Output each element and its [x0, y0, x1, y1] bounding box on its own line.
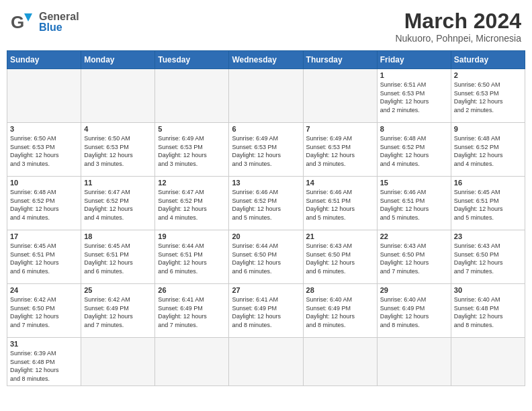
calendar-day-cell: 20Sunrise: 6:44 AM Sunset: 6:50 PM Dayli…	[229, 230, 303, 284]
calendar-week-row: 3Sunrise: 6:50 AM Sunset: 6:53 PM Daylig…	[7, 123, 525, 177]
day-info: Sunrise: 6:48 AM Sunset: 6:52 PM Dayligh…	[380, 134, 448, 168]
calendar-day-cell: 4Sunrise: 6:50 AM Sunset: 6:53 PM Daylig…	[81, 123, 155, 177]
calendar-day-cell	[377, 338, 451, 385]
day-info: Sunrise: 6:50 AM Sunset: 6:53 PM Dayligh…	[454, 81, 522, 114]
day-info: Sunrise: 6:46 AM Sunset: 6:51 PM Dayligh…	[380, 188, 448, 222]
calendar-day-cell: 25Sunrise: 6:42 AM Sunset: 6:49 PM Dayli…	[81, 284, 155, 338]
calendar-day-cell	[303, 338, 377, 385]
logo-blue-text: Blue	[39, 21, 79, 34]
calendar-day-cell	[229, 338, 303, 385]
calendar-day-cell	[303, 69, 377, 123]
calendar-day-cell	[155, 69, 229, 123]
day-info: Sunrise: 6:45 AM Sunset: 6:51 PM Dayligh…	[84, 242, 152, 275]
calendar-day-cell: 3Sunrise: 6:50 AM Sunset: 6:53 PM Daylig…	[7, 123, 81, 177]
day-number: 7	[306, 125, 374, 133]
day-info: Sunrise: 6:49 AM Sunset: 6:53 PM Dayligh…	[306, 134, 374, 168]
day-number: 11	[84, 179, 152, 187]
day-number: 3	[10, 125, 78, 133]
day-number: 5	[158, 125, 226, 133]
calendar-day-cell: 26Sunrise: 6:41 AM Sunset: 6:49 PM Dayli…	[155, 284, 229, 338]
calendar-header: G General Blue March 2024 Nukuoro, Pohnp…	[7, 7, 525, 46]
day-info: Sunrise: 6:40 AM Sunset: 6:48 PM Dayligh…	[454, 295, 522, 329]
calendar-day-cell: 24Sunrise: 6:42 AM Sunset: 6:50 PM Dayli…	[7, 284, 81, 338]
day-number: 6	[232, 125, 300, 133]
calendar-day-cell: 1Sunrise: 6:51 AM Sunset: 6:53 PM Daylig…	[377, 69, 451, 123]
svg-text:G: G	[11, 12, 24, 32]
calendar-day-cell: 27Sunrise: 6:41 AM Sunset: 6:49 PM Dayli…	[229, 284, 303, 338]
day-number: 29	[380, 286, 448, 294]
calendar-day-cell	[7, 69, 81, 123]
calendar-day-cell: 12Sunrise: 6:47 AM Sunset: 6:52 PM Dayli…	[155, 177, 229, 230]
calendar-day-cell	[155, 338, 229, 385]
calendar-day-cell: 30Sunrise: 6:40 AM Sunset: 6:48 PM Dayli…	[451, 284, 525, 338]
calendar-day-cell: 21Sunrise: 6:43 AM Sunset: 6:50 PM Dayli…	[303, 230, 377, 284]
calendar-day-cell: 31Sunrise: 6:39 AM Sunset: 6:48 PM Dayli…	[7, 338, 81, 385]
day-info: Sunrise: 6:44 AM Sunset: 6:51 PM Dayligh…	[158, 242, 226, 275]
calendar-table: SundayMondayTuesdayWednesdayThursdayFrid…	[7, 50, 525, 385]
calendar-day-cell: 17Sunrise: 6:45 AM Sunset: 6:51 PM Dayli…	[7, 230, 81, 284]
calendar-day-cell: 28Sunrise: 6:40 AM Sunset: 6:49 PM Dayli…	[303, 284, 377, 338]
svg-marker-1	[24, 13, 32, 21]
day-info: Sunrise: 6:49 AM Sunset: 6:53 PM Dayligh…	[158, 134, 226, 168]
day-number: 10	[10, 179, 78, 187]
day-info: Sunrise: 6:45 AM Sunset: 6:51 PM Dayligh…	[10, 242, 78, 275]
weekday-header-saturday: Saturday	[451, 51, 525, 69]
day-info: Sunrise: 6:43 AM Sunset: 6:50 PM Dayligh…	[306, 242, 374, 275]
calendar-day-cell: 2Sunrise: 6:50 AM Sunset: 6:53 PM Daylig…	[451, 69, 525, 123]
day-info: Sunrise: 6:47 AM Sunset: 6:52 PM Dayligh…	[84, 188, 152, 222]
day-number: 27	[232, 286, 300, 294]
calendar-week-row: 17Sunrise: 6:45 AM Sunset: 6:51 PM Dayli…	[7, 230, 525, 284]
calendar-day-cell: 14Sunrise: 6:46 AM Sunset: 6:51 PM Dayli…	[303, 177, 377, 230]
day-info: Sunrise: 6:50 AM Sunset: 6:53 PM Dayligh…	[84, 134, 152, 168]
calendar-day-cell: 9Sunrise: 6:48 AM Sunset: 6:52 PM Daylig…	[451, 123, 525, 177]
day-info: Sunrise: 6:43 AM Sunset: 6:50 PM Dayligh…	[380, 242, 448, 275]
day-number: 17	[10, 232, 78, 240]
calendar-week-row: 10Sunrise: 6:48 AM Sunset: 6:52 PM Dayli…	[7, 177, 525, 230]
day-number: 22	[380, 232, 448, 240]
day-info: Sunrise: 6:42 AM Sunset: 6:49 PM Dayligh…	[84, 295, 152, 329]
day-info: Sunrise: 6:50 AM Sunset: 6:53 PM Dayligh…	[10, 134, 78, 168]
day-info: Sunrise: 6:44 AM Sunset: 6:50 PM Dayligh…	[232, 242, 300, 275]
weekday-header-sunday: Sunday	[7, 51, 81, 69]
weekday-header-thursday: Thursday	[303, 51, 377, 69]
calendar-day-cell: 7Sunrise: 6:49 AM Sunset: 6:53 PM Daylig…	[303, 123, 377, 177]
day-info: Sunrise: 6:41 AM Sunset: 6:49 PM Dayligh…	[232, 295, 300, 329]
calendar-day-cell: 5Sunrise: 6:49 AM Sunset: 6:53 PM Daylig…	[155, 123, 229, 177]
weekday-header-wednesday: Wednesday	[229, 51, 303, 69]
location-title: Nukuoro, Pohnpei, Micronesia	[395, 33, 521, 44]
day-number: 25	[84, 286, 152, 294]
day-info: Sunrise: 6:48 AM Sunset: 6:52 PM Dayligh…	[10, 188, 78, 222]
day-number: 20	[232, 232, 300, 240]
calendar-day-cell	[229, 69, 303, 123]
day-info: Sunrise: 6:49 AM Sunset: 6:53 PM Dayligh…	[232, 134, 300, 168]
calendar-day-cell: 23Sunrise: 6:43 AM Sunset: 6:50 PM Dayli…	[451, 230, 525, 284]
calendar-day-cell: 19Sunrise: 6:44 AM Sunset: 6:51 PM Dayli…	[155, 230, 229, 284]
weekday-header-tuesday: Tuesday	[155, 51, 229, 69]
calendar-week-row: 24Sunrise: 6:42 AM Sunset: 6:50 PM Dayli…	[7, 284, 525, 338]
calendar-week-row: 31Sunrise: 6:39 AM Sunset: 6:48 PM Dayli…	[7, 338, 525, 385]
day-number: 30	[454, 286, 522, 294]
day-number: 13	[232, 179, 300, 187]
month-title: March 2024	[395, 9, 521, 33]
day-number: 31	[10, 340, 78, 348]
calendar-day-cell	[81, 338, 155, 385]
day-info: Sunrise: 6:51 AM Sunset: 6:53 PM Dayligh…	[380, 81, 448, 114]
day-number: 26	[158, 286, 226, 294]
day-info: Sunrise: 6:46 AM Sunset: 6:52 PM Dayligh…	[232, 188, 300, 222]
logo: G General Blue	[11, 9, 79, 35]
calendar-day-cell: 16Sunrise: 6:45 AM Sunset: 6:51 PM Dayli…	[451, 177, 525, 230]
calendar-day-cell: 8Sunrise: 6:48 AM Sunset: 6:52 PM Daylig…	[377, 123, 451, 177]
day-info: Sunrise: 6:42 AM Sunset: 6:50 PM Dayligh…	[10, 295, 78, 329]
day-info: Sunrise: 6:41 AM Sunset: 6:49 PM Dayligh…	[158, 295, 226, 329]
day-info: Sunrise: 6:40 AM Sunset: 6:49 PM Dayligh…	[306, 295, 374, 329]
day-info: Sunrise: 6:48 AM Sunset: 6:52 PM Dayligh…	[454, 134, 522, 168]
day-info: Sunrise: 6:45 AM Sunset: 6:51 PM Dayligh…	[454, 188, 522, 222]
day-number: 12	[158, 179, 226, 187]
weekday-header-row: SundayMondayTuesdayWednesdayThursdayFrid…	[7, 51, 525, 69]
day-number: 28	[306, 286, 374, 294]
day-number: 18	[84, 232, 152, 240]
calendar-day-cell	[451, 338, 525, 385]
calendar-day-cell: 10Sunrise: 6:48 AM Sunset: 6:52 PM Dayli…	[7, 177, 81, 230]
calendar-day-cell	[81, 69, 155, 123]
day-info: Sunrise: 6:40 AM Sunset: 6:49 PM Dayligh…	[380, 295, 448, 329]
